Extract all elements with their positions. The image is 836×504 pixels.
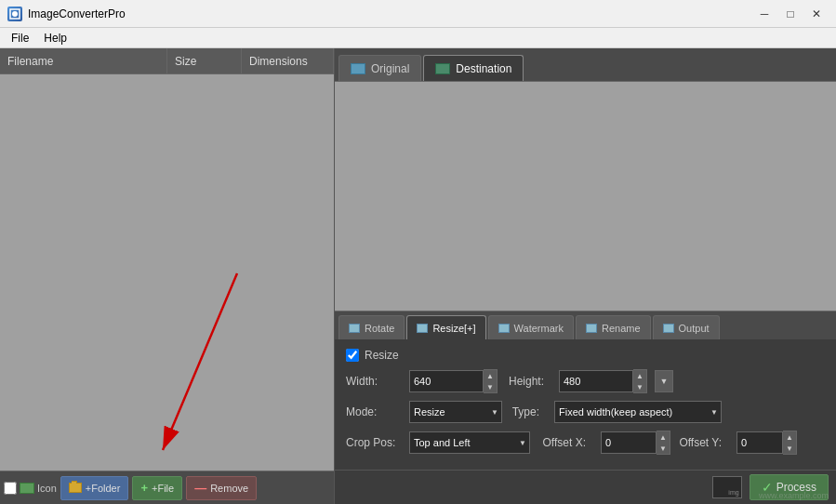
height-down-button[interactable]: ▼ [633,381,646,392]
file-list-area [0,74,334,471]
bottom-right-bar: img ✓ Process [335,470,836,504]
offsetx-down-button[interactable]: ▼ [657,443,670,454]
sub-tab-resize[interactable]: Resize[+] [406,315,485,339]
offsetx-input[interactable] [601,431,657,454]
add-icon: + [140,481,148,495]
right-panel: Original Destination Rotate Resize[+] [335,48,836,504]
remove-label: Remove [210,483,248,494]
sub-tab-rename[interactable]: Rename [576,315,651,339]
resize-checkbox-label: Resize [365,349,399,362]
rotate-icon [349,324,360,333]
process-button[interactable]: ✓ Process [750,474,829,500]
title-bar: ImageConverterPro ─ □ ✕ [0,0,836,28]
sub-tab-rotate[interactable]: Rotate [338,315,405,339]
resize-checkbox[interactable] [346,349,359,362]
croppos-select[interactable]: Top and Left Top and Right Bottom and Le… [409,431,530,454]
mode-type-row: Mode: Resize Crop Canvas Type: Fixed wid… [346,401,825,423]
svg-point-1 [12,11,18,17]
bottom-toolbar: Icon +Folder + +File — Remove [0,471,334,504]
resize-icon [417,324,428,333]
menu-help[interactable]: Help [36,30,74,46]
remove-button[interactable]: — Remove [186,476,257,500]
width-height-row: Width: ▲ ▼ Height: ▲ ▼ [346,369,825,393]
rename-icon [586,324,597,333]
add-file-label: +File [152,483,174,494]
offsety-input-group: ▲ ▼ [736,431,797,455]
app-title: ImageConverterPro [28,7,126,20]
offsety-label: Offset Y: [678,436,729,449]
icon-label: Icon [37,483,57,494]
width-input[interactable] [409,370,484,392]
remove-icon: — [194,481,206,495]
app-icon [7,7,22,21]
width-up-button[interactable]: ▲ [484,370,497,381]
col-dimensions-header: Dimensions [242,48,334,73]
process-checkmark-icon: ✓ [762,480,773,495]
croppos-label: Crop Pos: [346,436,402,449]
mode-label: Mode: [346,405,402,418]
minimize-button[interactable]: ─ [752,5,776,23]
tab-destination-label: Destination [456,62,511,75]
add-folder-button[interactable]: +Folder [60,476,129,500]
offsetx-label: Offset X: [537,436,593,449]
offsetx-up-button[interactable]: ▲ [657,431,670,443]
close-button[interactable]: ✕ [804,5,829,23]
tab-destination[interactable]: Destination [423,55,524,81]
tab-original-label: Original [371,62,409,75]
mode-select[interactable]: Resize Crop Canvas [409,401,502,423]
height-input-group: ▲ ▼ [559,369,647,393]
maximize-button[interactable]: □ [778,5,803,23]
type-label: Type: [510,405,547,418]
tab-bar: Original Destination [335,48,836,82]
offsety-up-button[interactable]: ▲ [783,431,796,443]
folder-icon [69,483,82,493]
preview-thumbnail: img [712,476,742,498]
sub-tab-rotate-label: Rotate [365,323,394,334]
offsety-down-button[interactable]: ▼ [783,443,796,454]
tab-original[interactable]: Original [338,55,421,81]
width-down-button[interactable]: ▼ [484,381,497,392]
add-file-button[interactable]: + +File [132,476,182,500]
sub-tab-rename-label: Rename [602,323,641,334]
file-list-header: Filename Size Dimensions [0,48,334,74]
col-size-header: Size [167,48,242,73]
sub-tab-resize-label: Resize[+] [432,323,475,334]
sub-tab-bar: Rotate Resize[+] Watermark Rename Output [335,311,836,339]
croppos-offset-row: Crop Pos: Top and Left Top and Right Bot… [346,431,825,455]
sub-tab-watermark-label: Watermark [514,323,564,334]
destination-tab-icon [435,63,450,74]
aspect-lock-button[interactable]: ▼ [655,370,673,392]
output-icon [663,324,674,333]
menu-file[interactable]: File [4,30,36,46]
resize-checkbox-row: Resize [346,347,825,364]
height-input[interactable] [559,370,633,392]
offsetx-input-group: ▲ ▼ [601,431,670,455]
process-label: Process [776,481,816,494]
height-up-button[interactable]: ▲ [633,370,646,381]
height-label: Height: [505,375,551,388]
croppos-select-wrapper: Top and Left Top and Right Bottom and Le… [409,431,530,454]
type-select[interactable]: Fixed width(keep aspect) Fixed height(ke… [554,401,722,423]
preview-area [335,82,836,311]
menu-bar: File Help [0,28,836,48]
mode-select-wrapper: Resize Crop Canvas [409,401,502,423]
original-tab-icon [351,63,365,74]
add-folder-label: +Folder [86,483,121,494]
col-filename-header: Filename [0,48,167,73]
width-label: Width: [346,375,402,388]
left-panel: Filename Size Dimensions [0,48,335,504]
icon-checkbox[interactable] [4,482,17,495]
icon-preview [20,483,34,494]
type-select-wrapper: Fixed width(keep aspect) Fixed height(ke… [554,401,722,423]
offsety-input[interactable] [736,431,783,454]
width-input-group: ▲ ▼ [409,369,498,393]
form-area: Resize Width: ▲ ▼ Height: [335,339,836,470]
watermark-icon [498,324,510,333]
main-container: Filename Size Dimensions [0,48,836,504]
sub-tab-watermark[interactable]: Watermark [488,315,574,339]
sub-tab-output[interactable]: Output [653,315,720,339]
sub-tab-output-label: Output [679,323,710,334]
